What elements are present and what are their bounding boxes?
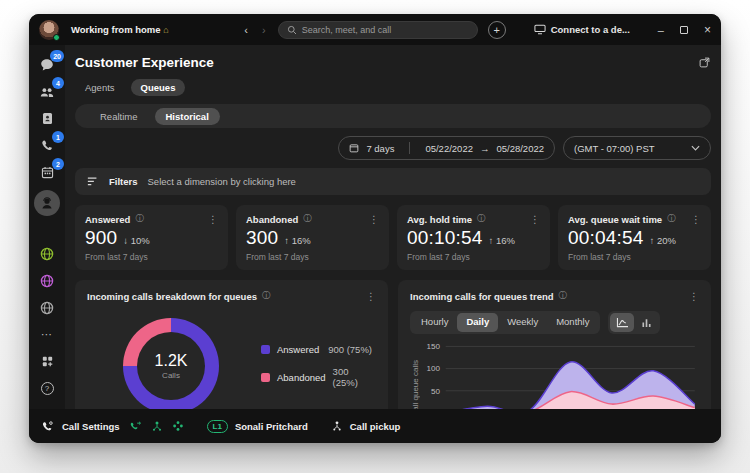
date-end: 05/28/2022 xyxy=(496,143,544,154)
info-icon[interactable]: ⓘ xyxy=(303,213,312,225)
filters-hint: Select a dimension by clicking here xyxy=(148,176,296,187)
kpi-footnote: From last 7 days xyxy=(568,252,701,262)
agent-level-badge: L1 xyxy=(207,420,228,433)
tab-bar: Agents Queues xyxy=(75,79,711,96)
sidebar-item-space-purple[interactable] xyxy=(33,267,61,294)
add-button[interactable]: + xyxy=(488,21,506,39)
donut-center: 1.2K Calls xyxy=(137,332,205,400)
titlebar: Working from home ⌂ ‹ › Search, meet, an… xyxy=(29,14,721,45)
kpi-card-answered: Answeredⓘ⋮ 900↓ 10% From last 7 days xyxy=(75,205,228,270)
legend-value: 900 (75%) xyxy=(328,344,372,355)
view-realtime[interactable]: Realtime xyxy=(89,108,149,125)
page-title: Customer Experience xyxy=(75,55,698,70)
kebab-menu-icon[interactable]: ⋮ xyxy=(689,291,699,302)
date-range-picker[interactable]: 7 days 05/22/2022 → 05/28/2022 xyxy=(338,136,555,160)
sidebar-item-help[interactable]: ? xyxy=(33,375,61,402)
search-icon xyxy=(287,25,297,35)
timezone-select[interactable]: (GMT - 07:00) PST xyxy=(563,136,711,160)
kebab-menu-icon[interactable]: ⋮ xyxy=(691,214,701,225)
kebab-menu-icon[interactable]: ⋮ xyxy=(208,214,218,225)
kpi-value: 900 xyxy=(85,227,117,249)
bar-chart-button[interactable] xyxy=(634,313,658,332)
kebab-menu-icon[interactable]: ⋮ xyxy=(369,214,379,225)
chevron-down-icon xyxy=(691,145,700,151)
close-button[interactable]: × xyxy=(704,23,711,37)
line-chart-button[interactable] xyxy=(610,313,634,332)
donut-card-title: Incoming calls breakdown for queues xyxy=(87,291,257,302)
agent-status[interactable]: L1 Sonali Pritchard xyxy=(207,420,308,433)
sidebar-item-teams[interactable]: 4 xyxy=(33,78,61,105)
kebab-menu-icon[interactable]: ⋮ xyxy=(366,291,376,302)
connect-device-label: Connect to a de... xyxy=(551,24,630,35)
minimize-button[interactable]: – xyxy=(658,24,664,36)
tab-weekly[interactable]: Weekly xyxy=(498,313,547,332)
app-window: Working from home ⌂ ‹ › Search, meet, an… xyxy=(29,14,721,443)
tab-agents[interactable]: Agents xyxy=(75,79,125,96)
call-settings-button[interactable]: Call Settings xyxy=(41,420,120,433)
filter-icon xyxy=(87,176,99,187)
kpi-value: 300 xyxy=(246,227,278,249)
date-filter-row: 7 days 05/22/2022 → 05/28/2022 (GMT - 07… xyxy=(75,136,711,160)
info-icon[interactable]: ⓘ xyxy=(135,213,144,225)
sidebar-item-calling[interactable]: 1 xyxy=(33,132,61,159)
info-icon[interactable]: ⓘ xyxy=(262,290,271,302)
forward-button[interactable]: › xyxy=(262,24,266,36)
tab-hourly[interactable]: Hourly xyxy=(412,313,457,332)
view-historical[interactable]: Historical xyxy=(155,108,220,125)
popout-icon[interactable] xyxy=(698,56,711,69)
tab-daily[interactable]: Daily xyxy=(457,313,498,332)
call-forward-icon[interactable] xyxy=(129,420,142,432)
info-icon[interactable]: ⓘ xyxy=(559,290,568,302)
kpi-delta: ↑ 16% xyxy=(284,235,310,246)
svg-text:150: 150 xyxy=(427,342,441,351)
sidebar-item-contacts[interactable] xyxy=(33,105,61,132)
svg-text:50: 50 xyxy=(431,387,440,396)
search-placeholder: Search, meet, and call xyxy=(302,25,392,35)
hunt-group-icon[interactable] xyxy=(151,420,163,432)
footer-bar: Call Settings L1 Sonali Pritchard Call p… xyxy=(29,409,721,443)
search-input[interactable]: Search, meet, and call xyxy=(278,21,478,39)
legend-swatch-answered xyxy=(261,345,270,354)
filters-label: Filters xyxy=(109,176,138,187)
back-button[interactable]: ‹ xyxy=(244,24,248,36)
sidebar-item-apps[interactable] xyxy=(33,348,61,375)
granularity-tabs: Hourly Daily Weekly Monthly xyxy=(410,311,600,334)
kpi-value: 00:04:54 xyxy=(568,227,644,249)
legend-item-abandoned: Abandoned 300 (25%) xyxy=(261,366,372,388)
maximize-button[interactable] xyxy=(680,26,688,34)
timezone-value: (GMT - 07:00) PST xyxy=(574,143,655,154)
kebab-menu-icon[interactable]: ⋮ xyxy=(530,214,540,225)
kpi-card-avg-hold-time: Avg. hold timeⓘ⋮ 00:10:54↑ 16% From last… xyxy=(397,205,550,270)
svg-text:100: 100 xyxy=(427,364,441,373)
tab-monthly[interactable]: Monthly xyxy=(547,313,598,332)
call-pickup-button[interactable]: Call pickup xyxy=(331,420,401,432)
sidebar-item-more[interactable]: ⋯ xyxy=(33,321,61,348)
kpi-delta: ↓ 10% xyxy=(123,235,149,246)
kpi-footnote: From last 7 days xyxy=(85,252,218,262)
filters-bar[interactable]: Filters Select a dimension by clicking h… xyxy=(75,168,711,195)
globe-purple-icon xyxy=(39,273,55,289)
sidebar-item-meetings[interactable]: 2 xyxy=(33,159,61,186)
view-toggle-bar: Realtime Historical xyxy=(75,104,711,128)
device-icon xyxy=(534,24,546,35)
tab-queues[interactable]: Queues xyxy=(131,79,186,96)
sidebar-item-messaging[interactable]: 20 xyxy=(33,51,61,78)
connect-device-button[interactable]: Connect to a de... xyxy=(534,24,630,35)
user-avatar[interactable] xyxy=(39,20,59,40)
info-icon[interactable]: ⓘ xyxy=(667,213,676,225)
sidebar-item-customer-experience[interactable] xyxy=(34,190,60,216)
bar-chart-icon xyxy=(640,317,653,328)
kpi-card-avg-queue-wait-time: Avg. queue wait timeⓘ⋮ 00:04:54↑ 20% Fro… xyxy=(558,205,711,270)
call-park-icon[interactable] xyxy=(172,420,184,432)
help-icon: ? xyxy=(41,382,54,395)
kpi-row: Answeredⓘ⋮ 900↓ 10% From last 7 days Aba… xyxy=(75,205,711,270)
kpi-footnote: From last 7 days xyxy=(246,252,379,262)
line-chart-icon xyxy=(616,317,629,328)
kpi-label: Answered xyxy=(85,214,130,225)
sidebar-item-space-gray[interactable] xyxy=(33,294,61,321)
pill-divider xyxy=(409,142,410,154)
info-icon[interactable]: ⓘ xyxy=(477,213,486,225)
sidebar-item-space-green[interactable] xyxy=(33,240,61,267)
status-title[interactable]: Working from home ⌂ xyxy=(71,24,169,35)
donut-center-label: Calls xyxy=(162,371,180,380)
